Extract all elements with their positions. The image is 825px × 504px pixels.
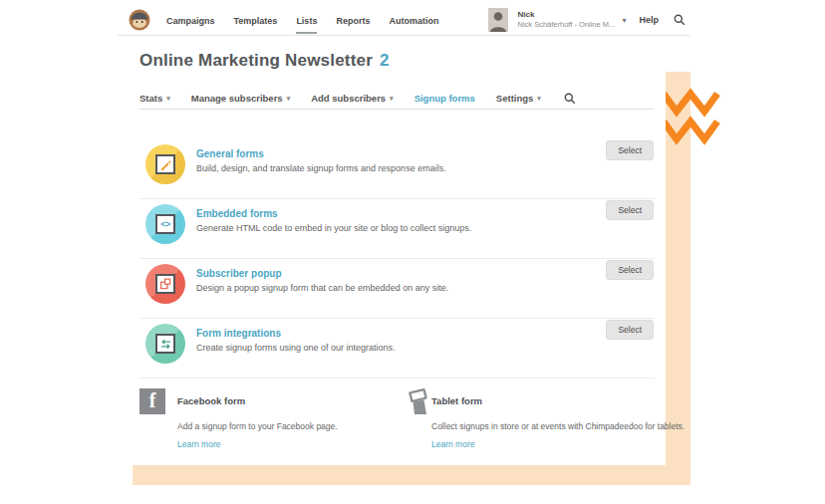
facebook-form-promo: f Facebook form Add a signup form to you…: [139, 388, 391, 450]
list-name: Online Marketing Newsletter: [139, 51, 373, 70]
general-forms-link[interactable]: General forms: [196, 148, 264, 159]
chevron-down-icon: [537, 95, 541, 103]
chevron-down-icon: [287, 95, 291, 103]
tab-manage-subscribers[interactable]: Manage subscribers: [191, 93, 290, 104]
chevron-down-icon: [390, 95, 394, 103]
tablet-form-description: Collect signups in store or at events wi…: [431, 421, 685, 431]
general-forms-select-button[interactable]: Select: [606, 140, 654, 160]
subscriber-popup-select-button[interactable]: Select: [606, 260, 654, 280]
subscriber-popup-circle: [145, 264, 185, 304]
tablet-icon: [407, 388, 430, 416]
embedded-forms-circle: <>: [145, 204, 185, 244]
zigzag-decoration: [661, 88, 722, 145]
embedded-forms-description: Generate HTML code to embed in your site…: [196, 223, 471, 233]
embedded-forms-select-button[interactable]: Select: [606, 200, 654, 220]
nav-right-group: Nick Nick Schäferhoff - Online M... Help: [488, 8, 689, 32]
form-type-row-embedded-forms: <> Embedded forms Generate HTML code to …: [139, 199, 655, 259]
chevron-down-icon: [166, 95, 170, 103]
content-card: Online Marketing Newsletter2 Stats Manag…: [118, 38, 666, 465]
facebook-form-learn-more-link[interactable]: Learn more: [177, 439, 220, 449]
nav-search-button[interactable]: [674, 14, 686, 26]
form-integrations-link[interactable]: Form integrations: [196, 328, 281, 339]
main-nav: Campaigns Templates Lists Reports Automa…: [166, 6, 438, 34]
form-integrations-select-button[interactable]: Select: [606, 320, 654, 340]
pencil-icon: [159, 158, 171, 170]
nav-item-templates[interactable]: Templates: [234, 6, 278, 34]
form-integrations-description: Create signup forms using one of our int…: [196, 343, 396, 353]
subscriber-count-badge: 2: [380, 51, 390, 70]
nav-item-automation[interactable]: Automation: [389, 6, 438, 34]
tablet-form-title: Tablet form: [431, 395, 482, 406]
user-name: Nick: [517, 10, 613, 20]
form-type-row-general-forms: General forms Build, design, and transla…: [139, 139, 655, 199]
form-type-row-form-integrations: Form integrations Create signup forms us…: [139, 319, 655, 378]
user-avatar[interactable]: [488, 8, 508, 32]
user-menu[interactable]: Nick Nick Schäferhoff - Online M...: [517, 10, 613, 29]
nav-item-campaigns[interactable]: Campaigns: [166, 6, 215, 34]
code-icon: <>: [160, 219, 170, 229]
facebook-icon: f: [139, 388, 165, 414]
user-account: Nick Schäferhoff - Online M...: [517, 20, 613, 29]
subscriber-popup-link[interactable]: Subscriber popup: [196, 268, 282, 279]
nav-item-lists[interactable]: Lists: [296, 6, 317, 34]
general-forms-circle: [145, 144, 185, 184]
popup-icon: [159, 278, 171, 290]
search-icon: [674, 14, 686, 26]
tabs-search-button[interactable]: [564, 93, 576, 105]
facebook-form-description: Add a signup form to your Facebook page.: [177, 421, 338, 431]
help-link[interactable]: Help: [639, 15, 659, 25]
subscriber-popup-description: Design a popup signup form that can be e…: [196, 283, 448, 293]
facebook-form-title: Facebook form: [177, 395, 245, 406]
list-tabs: Stats Manage subscribers Add subscribers…: [139, 88, 655, 110]
tab-add-subscribers[interactable]: Add subscribers: [311, 93, 393, 104]
tab-settings[interactable]: Settings: [496, 93, 541, 104]
general-forms-description: Build, design, and translate signup form…: [196, 163, 446, 173]
top-nav: Campaigns Templates Lists Reports Automa…: [118, 5, 689, 36]
embedded-forms-link[interactable]: Embedded forms: [196, 208, 278, 219]
nav-item-reports[interactable]: Reports: [336, 6, 370, 34]
page-title: Online Marketing Newsletter2: [139, 51, 390, 71]
tablet-form-learn-more-link[interactable]: Learn more: [431, 439, 474, 449]
integrations-icon: [159, 339, 172, 350]
tablet-form-promo: Tablet form Collect signups in store or …: [407, 388, 668, 450]
tab-stats[interactable]: Stats: [139, 93, 170, 104]
mailchimp-logo-icon[interactable]: [129, 9, 150, 31]
user-menu-chevron-down-icon[interactable]: [622, 16, 626, 25]
tab-signup-forms[interactable]: Signup forms: [414, 93, 475, 104]
form-type-row-subscriber-popup: Subscriber popup Design a popup signup f…: [139, 259, 655, 319]
search-icon: [564, 93, 576, 105]
form-integrations-circle: [145, 324, 185, 364]
